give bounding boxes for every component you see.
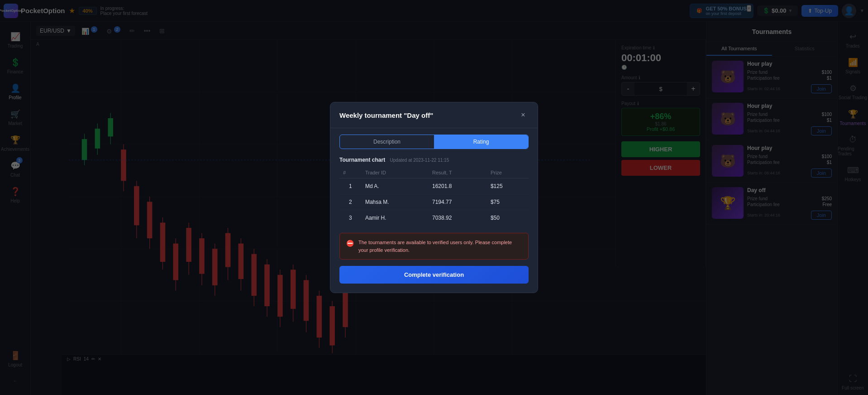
tab-description[interactable]: Description [340, 135, 434, 149]
table-row: 1 Md A. 16201.8 $125 [339, 178, 529, 194]
modal-overlay[interactable]: Weekly tournament "Day off" × Descriptio… [0, 0, 868, 395]
warning-icon: ⛔ [346, 240, 354, 247]
warning-text: The tournaments are available to verifie… [358, 239, 522, 254]
rank-1: 1 [339, 178, 362, 194]
modal-body: Tournament chart Updated at 2023-11-22 1… [330, 155, 538, 293]
rank-2: 2 [339, 194, 362, 210]
rank-3: 3 [339, 210, 362, 226]
trader-3: Aamir H. [362, 210, 429, 226]
prize-1: $125 [487, 178, 529, 194]
result-3: 7038.92 [429, 210, 487, 226]
result-2: 7194.77 [429, 194, 487, 210]
table-header-row: # Trader ID Result, T Prize [339, 167, 529, 178]
modal-close-button[interactable]: × [518, 110, 529, 120]
col-trader: Trader ID [362, 167, 429, 178]
complete-verification-button[interactable]: Complete verification [339, 266, 529, 284]
chart-updated: Updated at 2023-11-22 11:15 [390, 158, 449, 163]
col-result: Result, T [429, 167, 487, 178]
trader-2: Mahsa M. [362, 194, 429, 210]
col-rank: # [339, 167, 362, 178]
trader-1: Md A. [362, 178, 429, 194]
col-prize: Prize [487, 167, 529, 178]
table-body: 1 Md A. 16201.8 $125 2 Mahsa M. 7194.77 … [339, 178, 529, 226]
chart-section-title: Tournament chart [339, 157, 385, 163]
modal-tabs: Description Rating [339, 135, 529, 149]
modal-header: Weekly tournament "Day off" × [330, 102, 538, 128]
tab-rating[interactable]: Rating [434, 135, 528, 149]
tournament-table: # Trader ID Result, T Prize 1 Md A. 1620… [339, 167, 529, 226]
result-1: 16201.8 [429, 178, 487, 194]
table-head: # Trader ID Result, T Prize [339, 167, 529, 178]
table-row: 3 Aamir H. 7038.92 $50 [339, 210, 529, 226]
tournament-modal: Weekly tournament "Day off" × Descriptio… [330, 102, 538, 293]
table-row: 2 Mahsa M. 7194.77 $75 [339, 194, 529, 210]
modal-title: Weekly tournament "Day off" [339, 111, 433, 119]
prize-3: $50 [487, 210, 529, 226]
prize-2: $75 [487, 194, 529, 210]
warning-box: ⛔ The tournaments are available to verif… [339, 233, 529, 260]
